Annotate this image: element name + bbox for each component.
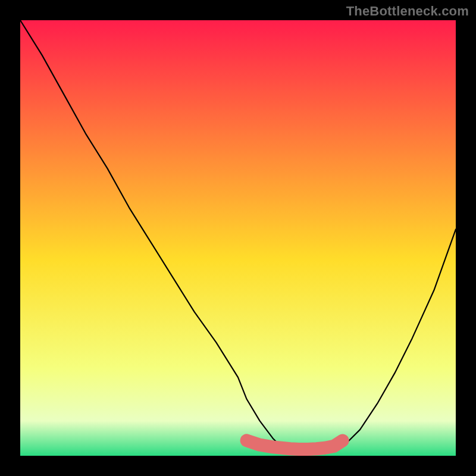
bottleneck-curve-path bbox=[20, 20, 456, 453]
chart-plot-area bbox=[20, 20, 456, 456]
attribution-watermark: TheBottleneck.com bbox=[346, 4, 469, 19]
chart-frame: TheBottleneck.com bbox=[0, 0, 476, 476]
curve-overlay bbox=[20, 20, 456, 456]
bottom-highlight-sausage bbox=[247, 440, 343, 449]
